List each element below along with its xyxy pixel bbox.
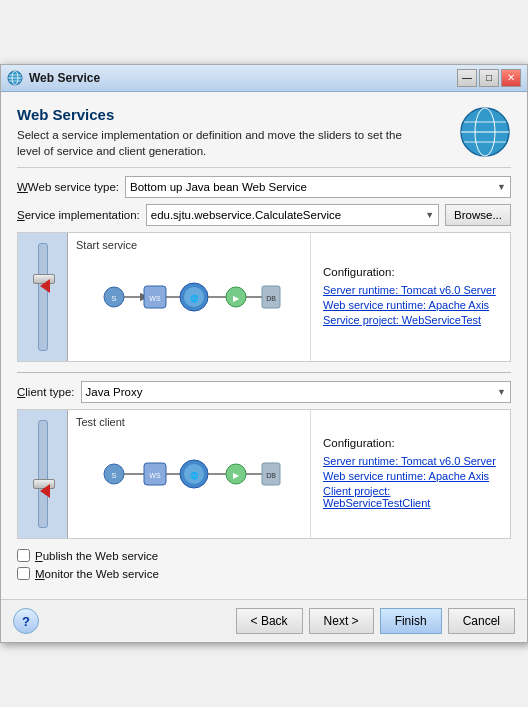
maximize-button[interactable]: □ [479, 69, 499, 87]
service-link-2[interactable]: Service project: WebServiceTest [323, 314, 498, 326]
service-panel: Start service S WS 🌐 ▶ [17, 232, 511, 362]
bottom-bar: ? < Back Next > Finish Cancel [1, 599, 527, 642]
client-config-panel: Configuration: Server runtime: Tomcat v6… [310, 410, 510, 538]
web-service-type-dropdown[interactable]: Bottom up Java bean Web Service ▼ [125, 176, 511, 198]
service-slider-area [18, 233, 68, 361]
minimize-button[interactable]: — [457, 69, 477, 87]
client-panel-label: Test client [76, 416, 125, 428]
globe-icon [459, 106, 511, 158]
section-divider [17, 372, 511, 373]
svg-text:▶: ▶ [233, 471, 240, 480]
service-diagram-area: Start service S WS 🌐 ▶ [68, 233, 310, 361]
help-button[interactable]: ? [13, 608, 39, 634]
monitor-checkbox[interactable] [17, 567, 30, 580]
bottom-bar-right: < Back Next > Finish Cancel [236, 608, 515, 634]
client-panel: Test client S WS 🌐 ▶ DB [17, 409, 511, 539]
header-title: Web Services [17, 106, 417, 123]
header-row: Web Services Select a service implementa… [17, 106, 511, 159]
service-config-title: Configuration: [323, 266, 498, 278]
window: Web Service — □ ✕ Web Services Select a … [0, 64, 528, 643]
client-link-0[interactable]: Server runtime: Tomcat v6.0 Server [323, 455, 498, 467]
client-config-title: Configuration: [323, 437, 498, 449]
publish-checkbox[interactable] [17, 549, 30, 562]
client-type-arrow-icon: ▼ [497, 387, 506, 397]
client-type-dropdown[interactable]: Java Proxy ▼ [81, 381, 511, 403]
client-slider-area [18, 410, 68, 538]
dropdown-arrow-icon: ▼ [497, 182, 506, 192]
ws-type-underline: W [17, 181, 28, 193]
service-link-1[interactable]: Web service runtime: Apache Axis [323, 299, 498, 311]
header-description: Select a service implementation or defin… [17, 127, 417, 159]
client-slider-arrow-icon [40, 484, 50, 498]
slider-track[interactable] [38, 243, 48, 351]
svg-text:🌐: 🌐 [190, 294, 199, 303]
svg-text:DB: DB [266, 472, 276, 479]
web-service-type-value: Bottom up Java bean Web Service [130, 181, 307, 193]
header-divider [17, 167, 511, 168]
svg-text:DB: DB [266, 295, 276, 302]
slider-arrow-icon [40, 279, 50, 293]
title-bar-left: Web Service [7, 70, 100, 86]
service-impl-value: edu.sjtu.webservice.CalculateService [151, 209, 341, 221]
svg-text:▶: ▶ [233, 294, 240, 303]
publish-label[interactable]: Publish the Web service [35, 550, 158, 562]
svg-text:WS: WS [149, 295, 161, 302]
back-button[interactable]: < Back [236, 608, 303, 634]
publish-checkbox-row: Publish the Web service [17, 549, 511, 562]
client-diagram-area: Test client S WS 🌐 ▶ DB [68, 410, 310, 538]
title-bar: Web Service — □ ✕ [1, 65, 527, 92]
client-type-row: Client type: Java Proxy ▼ [17, 381, 511, 403]
next-button[interactable]: Next > [309, 608, 374, 634]
client-link-1[interactable]: Web service runtime: Apache Axis [323, 470, 498, 482]
svg-text:S: S [111, 294, 116, 303]
window-title: Web Service [29, 71, 100, 85]
client-type-value: Java Proxy [86, 386, 143, 398]
service-config-panel: Configuration: Server runtime: Tomcat v6… [310, 233, 510, 361]
client-diagram-svg: S WS 🌐 ▶ DB [94, 424, 284, 524]
service-diagram-svg: S WS 🌐 ▶ DB [94, 247, 284, 347]
service-impl-label: Service implementation: [17, 209, 140, 221]
service-impl-row: Service implementation: edu.sjtu.webserv… [17, 204, 511, 226]
service-impl-dropdown[interactable]: edu.sjtu.webservice.CalculateService ▼ [146, 204, 439, 226]
service-panel-label: Start service [76, 239, 137, 251]
svg-text:S: S [111, 471, 116, 480]
client-slider-track[interactable] [38, 420, 48, 528]
monitor-checkbox-row: Monitor the Web service [17, 567, 511, 580]
service-impl-arrow-icon: ▼ [425, 210, 434, 220]
svg-text:WS: WS [149, 472, 161, 479]
main-content: Web Services Select a service implementa… [1, 92, 527, 599]
window-icon [7, 70, 23, 86]
close-button[interactable]: ✕ [501, 69, 521, 87]
svg-text:🌐: 🌐 [190, 471, 199, 480]
web-service-type-row: WWeb service type: Bottom up Java bean W… [17, 176, 511, 198]
web-service-type-label: WWeb service type: [17, 181, 119, 193]
cancel-button[interactable]: Cancel [448, 608, 515, 634]
browse-button[interactable]: Browse... [445, 204, 511, 226]
service-link-0[interactable]: Server runtime: Tomcat v6.0 Server [323, 284, 498, 296]
monitor-label[interactable]: Monitor the Web service [35, 568, 159, 580]
client-link-2[interactable]: Client project: WebServiceTestClient [323, 485, 498, 509]
si-underline: S [17, 209, 25, 221]
header-text: Web Services Select a service implementa… [17, 106, 417, 159]
title-bar-buttons: — □ ✕ [457, 69, 521, 87]
finish-button[interactable]: Finish [380, 608, 442, 634]
client-type-label: Client type: [17, 386, 75, 398]
